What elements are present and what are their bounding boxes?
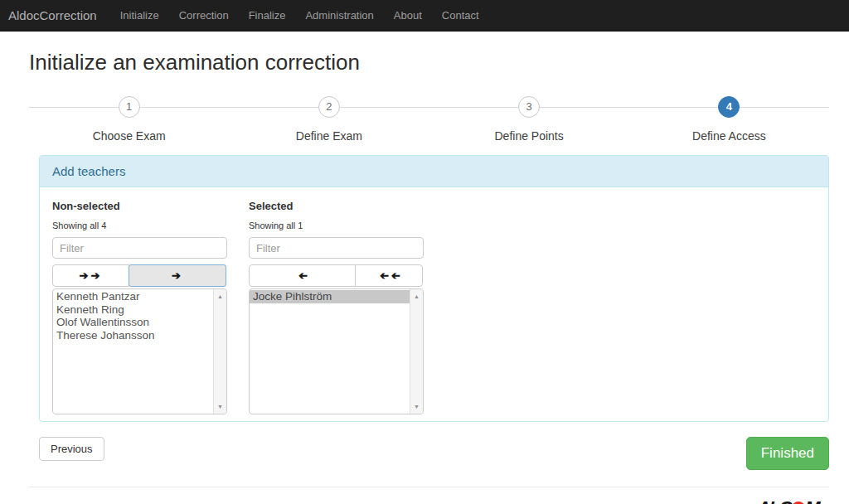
panel-title: Add teachers xyxy=(40,156,828,187)
list-option[interactable]: Olof Wallentinsson xyxy=(53,316,213,329)
nav-item-contact[interactable]: Contact xyxy=(432,9,489,22)
selected-options: Jocke Pihlström xyxy=(250,289,410,304)
move-right-button[interactable]: ➔ xyxy=(129,264,226,287)
wizard-step-label-1[interactable]: Choose Exam xyxy=(29,129,229,143)
wizard-step-label-4[interactable]: Define Access xyxy=(629,129,829,143)
double-right-arrow-icon: ➔➔ xyxy=(80,270,103,281)
left-arrow-icon: ➔ xyxy=(296,270,308,281)
wizard-step-circle-2[interactable]: 2 xyxy=(318,96,340,118)
selected-filter-input[interactable] xyxy=(249,237,424,259)
wizard-step-label-2[interactable]: Define Exam xyxy=(229,129,429,143)
finished-button[interactable]: Finished xyxy=(746,437,829,470)
logo-text-right: M xyxy=(805,497,819,504)
selected-listbox[interactable]: Jocke Pihlström ▲ ▼ xyxy=(249,288,424,414)
scroll-down-icon[interactable]: ▼ xyxy=(217,404,223,410)
page-title: Initialize an examination correction xyxy=(29,50,829,75)
add-teachers-panel: Add teachers Non-selected Showing all 4 … xyxy=(39,155,829,422)
wizard-step-cell: 3 xyxy=(429,96,629,118)
wizard-step-cell: 1 xyxy=(29,96,229,118)
wizard-step-circle-4[interactable]: 4 xyxy=(718,96,740,118)
scroll-down-icon[interactable]: ▼ xyxy=(414,404,420,410)
non-selected-count: Showing all 4 xyxy=(52,220,227,230)
move-all-left-button[interactable]: ➔➔ xyxy=(355,264,423,287)
wizard-circles: 1234 xyxy=(29,96,829,118)
footer: © 2016-2017 - Alcom System AB (ALCOMSE\j… xyxy=(29,497,829,504)
list-option[interactable]: Kenneth Ring xyxy=(53,303,213,317)
wizard-step-cell: 4 xyxy=(629,96,829,118)
wizard-labels: Choose ExamDefine ExamDefine PointsDefin… xyxy=(29,129,829,143)
brand-link[interactable]: AldocCorrection xyxy=(8,8,97,22)
navbar: AldocCorrection InitializeCorrectionFina… xyxy=(0,0,849,32)
non-selected-label: Non-selected xyxy=(52,200,227,212)
non-selected-options: Kenneth PantzarKenneth RingOlof Wallenti… xyxy=(53,289,213,342)
selected-count: Showing all 1 xyxy=(249,220,424,230)
move-all-right-button[interactable]: ➔➔ xyxy=(52,264,129,287)
right-arrow-icon: ➔ xyxy=(172,270,183,281)
dual-listbox: Non-selected Showing all 4 ➔➔ ➔ Kenneth … xyxy=(52,200,816,414)
non-selected-column: Non-selected Showing all 4 ➔➔ ➔ Kenneth … xyxy=(52,200,227,414)
move-left-button[interactable]: ➔ xyxy=(249,264,356,287)
list-option[interactable]: Jocke Pihlström xyxy=(250,290,410,303)
wizard-step-circle-3[interactable]: 3 xyxy=(518,96,540,118)
navbar-items: InitializeCorrectionFinalizeAdministrati… xyxy=(110,9,489,22)
nav-item-correction[interactable]: Correction xyxy=(169,9,239,22)
wizard-step-cell: 2 xyxy=(229,96,429,118)
scrollbar[interactable]: ▲ ▼ xyxy=(213,289,226,414)
list-option[interactable]: Kenneth Pantzar xyxy=(53,290,213,303)
nav-item-administration[interactable]: Administration xyxy=(295,9,383,22)
list-option[interactable]: Therese Johansson xyxy=(53,329,213,342)
logo-text-left: ALC xyxy=(757,497,791,504)
remove-button-group: ➔ ➔➔ xyxy=(249,264,424,287)
double-left-arrow-icon: ➔➔ xyxy=(377,270,400,281)
non-selected-filter-input[interactable] xyxy=(52,237,227,259)
non-selected-listbox[interactable]: Kenneth PantzarKenneth RingOlof Wallenti… xyxy=(52,288,227,414)
nav-item-initialize[interactable]: Initialize xyxy=(110,9,169,22)
scroll-up-icon[interactable]: ▲ xyxy=(217,293,223,299)
wizard-stepper: 1234 Choose ExamDefine ExamDefine Points… xyxy=(29,96,829,143)
wizard-step-circle-1[interactable]: 1 xyxy=(119,96,140,118)
nav-item-finalize[interactable]: Finalize xyxy=(239,9,296,22)
footer-divider xyxy=(29,487,829,487)
wizard-actions: Previous Finished xyxy=(39,437,829,470)
alcom-logo: ALCM xyxy=(757,497,819,504)
nav-item-about[interactable]: About xyxy=(384,9,432,22)
panel-body: Non-selected Showing all 4 ➔➔ ➔ Kenneth … xyxy=(40,187,828,421)
scroll-up-icon[interactable]: ▲ xyxy=(414,293,420,299)
selected-column: Selected Showing all 1 ➔ ➔➔ Jocke Pihlst… xyxy=(249,200,424,414)
wizard-step-label-3[interactable]: Define Points xyxy=(429,129,629,143)
scrollbar[interactable]: ▲ ▼ xyxy=(410,289,423,414)
main-content: Initialize an examination correction 123… xyxy=(0,50,849,504)
previous-button[interactable]: Previous xyxy=(39,437,104,461)
move-button-group: ➔➔ ➔ xyxy=(52,264,227,287)
selected-label: Selected xyxy=(249,200,424,212)
